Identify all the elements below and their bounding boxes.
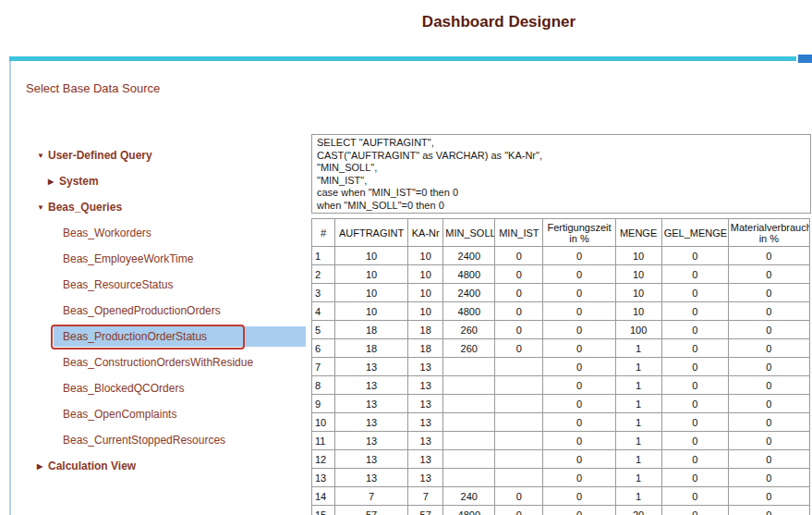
table-cell: 0 <box>661 284 728 302</box>
dashboard-designer-window: { "window": { "title": "Dashboard Design… <box>0 0 812 515</box>
table-cell: 0 <box>728 450 809 469</box>
tree-item-label: Beas_BlockedQCOrders <box>63 382 184 395</box>
tree-item-beas-workorders[interactable]: Beas_Workorders <box>9 220 314 246</box>
table-cell: 0 <box>495 321 543 339</box>
table-cell: 13 <box>408 469 443 487</box>
table-cell: 12 <box>312 450 335 469</box>
sql-preview[interactable]: SELECT "AUFTRAGINT", CAST("AUFTRAGINT" a… <box>311 134 811 214</box>
column-header-materialverbrauch-in: Materialverbrauch in % <box>728 219 809 247</box>
header-row: #AUFTRAGINTKA-NrMIN_SOLLMIN_ISTFertigung… <box>312 219 810 247</box>
table-cell <box>443 432 495 450</box>
tree-item-beas-constructionorderswithresidue[interactable]: Beas_ConstructionOrdersWithResidue <box>9 349 314 375</box>
table-cell: 10 <box>335 265 408 284</box>
column-header-gel-menge: GEL_MENGE <box>661 219 728 247</box>
page-title: Dashboard Designer <box>185 13 812 31</box>
table-cell: 0 <box>543 247 615 265</box>
tree-item-system[interactable]: ▶System <box>9 168 314 194</box>
table-cell: 18 <box>335 321 408 339</box>
table-cell: 0 <box>728 413 809 432</box>
table-cell: 57 <box>408 506 443 515</box>
tree-item-beas-opencomplaints[interactable]: Beas_OpenComplaints <box>9 401 314 427</box>
table-cell: 10 <box>408 284 443 302</box>
table-cell: 13 <box>335 358 408 376</box>
collapse-arrow-icon[interactable]: ▼ <box>37 203 48 212</box>
expand-arrow-icon[interactable]: ▶ <box>48 178 59 186</box>
table-cell <box>495 376 543 395</box>
table-cell: 0 <box>543 432 615 450</box>
table-cell: 13 <box>335 395 408 413</box>
table-cell: 0 <box>543 413 615 432</box>
tree-item-beas-productionorderstatus[interactable]: Beas_ProductionOrderStatus <box>9 324 314 349</box>
table-cell: 0 <box>543 284 615 302</box>
table-cell: 1 <box>615 487 661 506</box>
table-row: 913130100 <box>312 395 810 413</box>
table-cell: 1 <box>615 358 661 376</box>
tree-item-label: Beas_ConstructionOrdersWithResidue <box>63 356 253 369</box>
accent-bar <box>9 56 796 61</box>
table-cell: 0 <box>543 487 615 506</box>
table-cell <box>443 358 495 376</box>
table-cell: 10 <box>312 413 335 432</box>
tree-item-beas-currentstoppedresources[interactable]: Beas_CurrentStoppedResources <box>9 427 314 453</box>
table-cell: 13 <box>408 358 443 376</box>
tree-item-beas-queries[interactable]: ▼Beas_Queries <box>9 194 314 220</box>
table-cell: 8 <box>312 376 335 395</box>
table-row: 713130100 <box>312 358 810 376</box>
table-cell: 14 <box>312 487 335 506</box>
table-cell: 10 <box>335 302 408 321</box>
table-cell <box>443 469 495 487</box>
table-cell: 18 <box>408 339 443 358</box>
table-cell: 7 <box>335 487 408 506</box>
column-header-auftragint: AUFTRAGINT <box>335 219 408 247</box>
table-cell: 13 <box>408 450 443 469</box>
table-cell: 1 <box>615 395 661 413</box>
table-cell: 0 <box>661 487 728 506</box>
table-cell: 1 <box>615 450 661 469</box>
table-cell: 13 <box>335 413 408 432</box>
table-cell <box>495 413 543 432</box>
table-row: 310102400001000 <box>312 284 810 302</box>
tree-item-user-defined-query[interactable]: ▼User-Defined Query <box>9 142 314 168</box>
tree-item-label: Beas_ProductionOrderStatus <box>63 330 207 343</box>
table-cell: 0 <box>495 265 543 284</box>
tree-item-beas-employeeworktime[interactable]: Beas_EmployeeWorkTime <box>9 246 314 272</box>
column-header-fertigungszeit-in: Fertigungszeit in % <box>543 219 615 247</box>
table-cell: 0 <box>661 247 728 265</box>
tree-item-label: Beas_Workorders <box>63 227 151 239</box>
tree-item-beas-resourcestatus[interactable]: Beas_ResourceStatus <box>9 272 314 298</box>
table-cell: 11 <box>312 432 335 450</box>
table-row: 813130100 <box>312 376 810 395</box>
tree-item-label: Beas_EmployeeWorkTime <box>63 252 193 265</box>
table-cell: 100 <box>615 321 661 339</box>
tree-item-label: Beas_CurrentStoppedResources <box>63 434 225 447</box>
table-cell <box>495 395 543 413</box>
table-cell: 7 <box>312 358 335 376</box>
table-cell: 0 <box>728 469 809 487</box>
table-row: 110102400001000 <box>312 247 810 265</box>
table-cell: 0 <box>728 487 809 506</box>
column-header-row-number: # <box>312 219 335 247</box>
tree-item-label: Beas_OpenedProductionOrders <box>63 304 221 317</box>
table-cell: 0 <box>728 321 809 339</box>
collapse-arrow-icon[interactable]: ▼ <box>37 152 48 160</box>
tree-item-beas-openedproductionorders[interactable]: Beas_OpenedProductionOrders <box>9 298 314 324</box>
table-row: 518182600010000 <box>312 321 810 339</box>
table-cell: 1 <box>615 432 661 450</box>
table-cell: 10 <box>615 284 661 302</box>
tree-item-label: Beas_ResourceStatus <box>63 278 173 291</box>
table-cell: 0 <box>661 395 728 413</box>
table-row: 1113130100 <box>312 432 810 450</box>
table-cell: 0 <box>543 506 615 515</box>
table-cell: 13 <box>335 450 408 469</box>
table-cell: 13 <box>335 469 408 487</box>
results-table-header: #AUFTRAGINTKA-NrMIN_SOLLMIN_ISTFertigung… <box>312 219 810 247</box>
table-cell: 13 <box>408 395 443 413</box>
tree-item-calculation-view[interactable]: ▶Calculation View <box>9 453 314 479</box>
table-cell: 0 <box>728 358 809 376</box>
table-cell: 0 <box>543 376 615 395</box>
table-cell <box>443 413 495 432</box>
table-cell: 0 <box>728 265 809 284</box>
expand-arrow-icon[interactable]: ▶ <box>37 462 48 471</box>
tree-item-beas-blockedqcorders[interactable]: Beas_BlockedQCOrders <box>9 375 314 401</box>
table-cell: 0 <box>728 284 809 302</box>
